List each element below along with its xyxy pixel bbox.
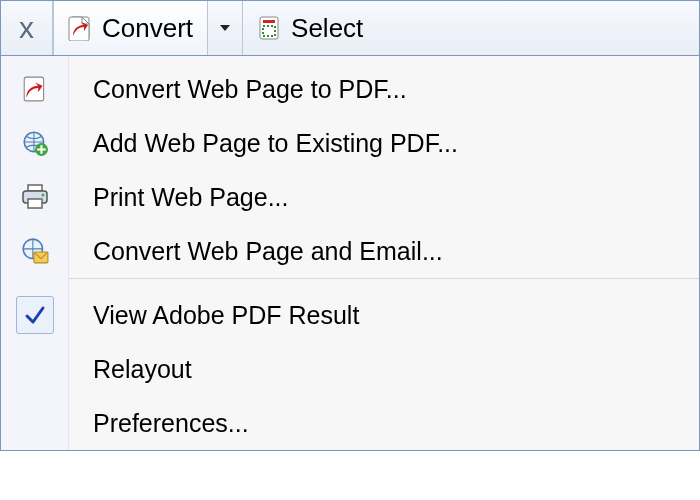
select-button[interactable]: Select: [243, 1, 377, 55]
globe-email-icon: [21, 237, 49, 265]
menu-item-icon: [1, 224, 68, 278]
menu-item-convert-and-email[interactable]: Convert Web Page and Email...: [69, 224, 699, 278]
menu-item-add-to-existing-pdf[interactable]: Add Web Page to Existing PDF...: [69, 116, 699, 170]
menu-item-icon: [1, 116, 68, 170]
convert-button[interactable]: Convert: [53, 1, 208, 55]
menu-item-text: View Adobe PDF Result: [93, 301, 359, 330]
menu-label-column: Convert Web Page to PDF... Add Web Page …: [69, 56, 699, 450]
convert-label: Convert: [102, 13, 193, 44]
menu-item-text: Print Web Page...: [93, 183, 288, 212]
convert-dropdown-arrow[interactable]: [208, 1, 243, 55]
svg-rect-2: [263, 20, 275, 23]
menu-item-text: Convert Web Page and Email...: [93, 237, 443, 266]
svg-rect-9: [28, 199, 42, 208]
menu-icon-column: [1, 56, 69, 450]
toolbar: x Convert Select: [0, 0, 700, 56]
menu-item-icon: [1, 342, 68, 396]
menu-item-icon: [1, 170, 68, 224]
pdf-convert-icon: [68, 15, 94, 41]
select-label: Select: [291, 13, 363, 44]
menu-item-icon: [1, 62, 68, 116]
convert-dropdown-menu: Convert Web Page to PDF... Add Web Page …: [0, 56, 700, 451]
printer-icon: [20, 183, 50, 211]
menu-item-text: Add Web Page to Existing PDF...: [93, 129, 458, 158]
menu-item-icon: [1, 396, 68, 450]
close-button[interactable]: x: [1, 1, 53, 55]
svg-rect-4: [24, 77, 43, 101]
menu-item-text: Preferences...: [93, 409, 249, 438]
menu-item-text: Relayout: [93, 355, 192, 384]
svg-rect-7: [28, 185, 42, 191]
pdf-convert-icon: [21, 75, 49, 103]
menu-item-text: Convert Web Page to PDF...: [93, 75, 407, 104]
menu-item-print-web-page[interactable]: Print Web Page...: [69, 170, 699, 224]
close-icon: x: [19, 11, 34, 45]
menu-item-view-pdf-result[interactable]: View Adobe PDF Result: [69, 288, 699, 342]
checkmark-icon: [16, 296, 54, 334]
menu-separator: [69, 278, 699, 279]
menu-item-convert-to-pdf[interactable]: Convert Web Page to PDF...: [69, 62, 699, 116]
globe-add-icon: [21, 129, 49, 157]
menu-item-preferences[interactable]: Preferences...: [69, 396, 699, 450]
chevron-down-icon: [218, 21, 232, 35]
menu-item-relayout[interactable]: Relayout: [69, 342, 699, 396]
svg-point-10: [41, 194, 44, 197]
pdf-select-icon: [257, 15, 283, 41]
